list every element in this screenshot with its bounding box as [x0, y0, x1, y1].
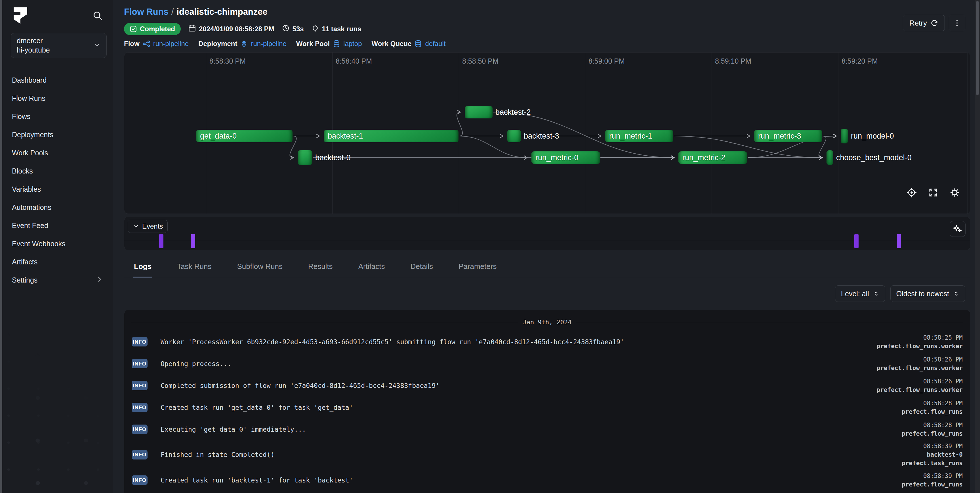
task-node-backtest-3[interactable]: backtest-3 [507, 130, 521, 142]
header-actions: Retry [903, 15, 965, 31]
work-queue-icon [414, 40, 422, 48]
retry-button[interactable]: Retry [903, 15, 945, 31]
workspace-selector[interactable]: dmercer hi-youtube [11, 33, 107, 58]
log-sort-value: Oldest to newest [896, 290, 949, 298]
log-meta: 08:58:39 PMprefect.flow_runs [902, 472, 963, 489]
task-node-run_model-0[interactable]: run_model-0 [841, 129, 848, 144]
task-node-choose_best_model-0[interactable]: choose_best_model-0 [827, 150, 833, 165]
task-node-backtest-2[interactable]: backtest-2 [465, 106, 493, 118]
sidebar-item-automations[interactable]: Automations [2, 198, 113, 216]
tab-parameters[interactable]: Parameters [458, 258, 497, 278]
relation-link[interactable]: laptop [343, 40, 362, 48]
log-level-badge: INFO [132, 337, 148, 346]
log-meta: 08:58:28 PMprefect.flow_runs [902, 421, 963, 438]
task-runs-icon [311, 24, 319, 34]
chevron-right-icon [95, 276, 103, 284]
prefect-logo-icon[interactable] [13, 7, 29, 24]
log-level-badge: INFO [132, 381, 148, 390]
task-node-backtest-0[interactable]: backtest-0 [298, 150, 312, 165]
status-badge: Completed [124, 23, 181, 35]
tab-subflow-runs[interactable]: Subflow Runs [237, 258, 283, 278]
kebab-menu-button[interactable] [949, 15, 965, 31]
log-source: prefect.flow_runs.worker [877, 364, 963, 372]
sidebar-item-work-pools[interactable]: Work Pools [2, 144, 113, 162]
tab-results[interactable]: Results [307, 258, 333, 278]
run-stat: 11 task runs [311, 24, 361, 34]
breadcrumb: Flow Runs/idealistic-chimpanzee [124, 7, 975, 17]
page-scrollbar[interactable] [975, 0, 980, 493]
log-level-badge: INFO [132, 359, 148, 369]
log-timestamp: 08:58:39 PM [902, 472, 963, 480]
tab-task-runs[interactable]: Task Runs [177, 258, 212, 278]
log-row[interactable]: INFOCreated task run 'get_data-0' for ta… [131, 396, 963, 418]
task-node-run_metric-2[interactable]: run_metric-2 [678, 152, 747, 164]
relation-link[interactable]: default [425, 40, 445, 48]
task-run-timeline[interactable]: 8:58:30 PM8:58:40 PM8:58:50 PM8:59:00 PM… [124, 52, 970, 214]
log-sort-dropdown[interactable]: Oldest to newest [890, 286, 965, 302]
log-level-value: Level: all [841, 290, 869, 298]
task-node-run_metric-3[interactable]: run_metric-3 [754, 130, 822, 142]
breadcrumb-section[interactable]: Flow Runs [124, 7, 169, 17]
page-header: Flow Runs/idealistic-chimpanzee Retry [113, 0, 975, 17]
events-toggle-button[interactable]: Events [128, 220, 168, 233]
task-node-run_metric-0[interactable]: run_metric-0 [531, 152, 600, 164]
log-meta: 08:58:39 PMbacktest-0prefect.task_runs [902, 442, 963, 467]
tab-details[interactable]: Details [410, 258, 434, 278]
sidebar-item-label: Blocks [12, 167, 33, 175]
log-level-badge: INFO [132, 424, 148, 434]
relation-link[interactable]: run-pipeline [251, 40, 286, 48]
log-row[interactable]: INFOExecuting 'get_data-0' immediately..… [131, 418, 963, 440]
event-marker[interactable] [159, 234, 164, 248]
sidebar-item-label: Event Feed [12, 222, 48, 230]
relation-label: Flow [124, 40, 140, 48]
task-node-label: run_metric-2 [682, 153, 725, 162]
sidebar-item-event-webhooks[interactable]: Event Webhooks [2, 235, 113, 253]
event-marker[interactable] [854, 234, 859, 248]
sidebar-item-dashboard[interactable]: Dashboard [2, 71, 113, 89]
scrollbar-thumb[interactable] [976, 1, 979, 95]
sidebar-item-flows[interactable]: Flows [2, 107, 113, 126]
log-message: Finished in state Completed() [161, 451, 902, 458]
log-row[interactable]: INFOWorker 'ProcessWorker 6b932cde-92ed-… [131, 331, 963, 353]
sidebar-item-flow-runs[interactable]: Flow Runs [2, 89, 113, 107]
tab-artifacts[interactable]: Artifacts [358, 258, 386, 278]
log-row[interactable]: INFOCompleted submission of flow run 'e7… [131, 375, 963, 396]
refresh-icon [930, 19, 938, 27]
task-node-label: backtest-3 [524, 132, 559, 140]
log-row[interactable]: INFOCreated task run 'backtest-1' for ta… [131, 469, 963, 491]
task-node-get_data-0[interactable]: get_data-0 [196, 130, 293, 142]
divider-line [131, 322, 518, 322]
sidebar-item-deployments[interactable]: Deployments [2, 126, 113, 144]
run-stat-value: 2024/01/09 08:58:28 PM [199, 25, 274, 33]
event-marker[interactable] [897, 234, 901, 248]
relation-link[interactable]: run-pipeline [153, 40, 189, 48]
sparkles-button[interactable] [950, 221, 966, 237]
task-node-backtest-1[interactable]: backtest-1 [324, 130, 458, 142]
log-row[interactable]: INFOFinished in state Completed()08:58:3… [131, 440, 963, 469]
task-node-run_metric-1[interactable]: run_metric-1 [605, 130, 673, 142]
updown-chevron-icon [873, 290, 879, 297]
sidebar-item-blocks[interactable]: Blocks [2, 162, 113, 180]
sidebar-item-label: Deployments [12, 131, 53, 139]
log-level-dropdown[interactable]: Level: all [835, 286, 885, 302]
sparkles-icon [953, 224, 963, 234]
log-row[interactable]: INFOOpening process...08:58:26 PMprefect… [131, 353, 963, 375]
deployment-icon [240, 40, 248, 48]
log-source: prefect.task_runs [902, 459, 963, 467]
search-icon[interactable] [92, 10, 103, 21]
tab-logs[interactable]: Logs [134, 258, 152, 278]
sidebar-item-artifacts[interactable]: Artifacts [2, 253, 113, 271]
event-marker[interactable] [191, 234, 195, 248]
work-pool-icon [332, 40, 340, 48]
log-date-divider: Jan 9th, 2024 [131, 319, 963, 326]
sidebar-item-variables[interactable]: Variables [2, 180, 113, 198]
log-message: Created task run 'get_data-0' for task '… [161, 404, 902, 411]
sidebar-item-event-feed[interactable]: Event Feed [2, 216, 113, 235]
sidebar-item-settings[interactable]: Settings [2, 271, 113, 289]
log-message: Completed submission of flow run 'e7a040… [161, 382, 877, 389]
breadcrumb-separator: / [169, 7, 177, 17]
clock-icon [282, 24, 290, 34]
task-node-label: get_data-0 [200, 132, 237, 140]
retry-label: Retry [909, 19, 927, 27]
updown-chevron-icon [953, 290, 959, 297]
